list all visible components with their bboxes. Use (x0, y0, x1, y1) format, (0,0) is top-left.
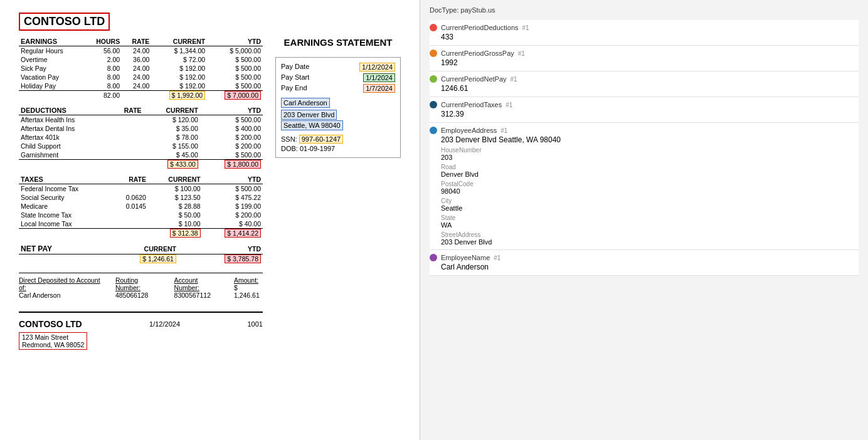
netpay-current-header: CURRENT (93, 244, 178, 254)
earnings-total-row: 82.00 $ 1,992.00 $ 7,000.00 (19, 91, 263, 100)
employee-address2: Seattle, WA 98040 (281, 120, 343, 130)
routing-value: 485066128 (115, 291, 162, 299)
pay-date-label: Pay Date (281, 63, 309, 71)
sub-field-city: City Seattle (430, 197, 859, 212)
earnings-rate-header: RATE (122, 37, 151, 46)
tax-rate-header: RATE (112, 175, 148, 184)
dob-value: 01-09-1997 (300, 145, 335, 152)
footer-address: 123 Main Street Redmond, WA 98052 (19, 332, 87, 350)
ded-ytd-total: $ 1,800.00 (225, 160, 261, 169)
netpay-table: NET PAY CURRENT YTD $ 1,246.61 $ 3,785.7… (19, 244, 263, 263)
table-row: State Income Tax $ 50.00 $ 200.00 (19, 211, 263, 219)
document-panel: CONTOSO LTD EARNINGS HOURS RATE CURRENT … (0, 0, 420, 440)
routing-label: Routing Number: (115, 276, 162, 291)
table-row: Holiday Pay 8.00 24.00 $ 192.00 $ 500.00 (19, 81, 263, 91)
sub-field-road: Road Denver Blvd (430, 164, 859, 178)
sub-field-postalcode: PostalCode 98040 (430, 181, 859, 195)
dd-label: Direct Deposited to Account of: (19, 276, 103, 291)
field-dot (430, 24, 437, 31)
field-item-employeeaddress: EmployeeAddress #1 203 Denver Blvd Seatt… (430, 123, 859, 250)
dob-label: DOB: (281, 145, 298, 152)
table-row: Aftertax 401k $ 78.00 $ 200.00 (19, 133, 263, 142)
footer-company: CONTOSO LTD (19, 319, 82, 329)
earnings-hours-header: HOURS (83, 37, 122, 46)
table-row: Vacation Pay 8.00 24.00 $ 192.00 $ 500.0… (19, 73, 263, 81)
sub-field-streetaddress: StreetAddress 203 Denver Blvd (430, 231, 859, 246)
ssn-value: 997-60-1247 (299, 135, 343, 144)
earnings-table: EARNINGS HOURS RATE CURRENT YTD Regular … (19, 37, 263, 100)
field-dot (430, 75, 437, 83)
ssn-label: SSN: (281, 135, 297, 143)
pay-info-panel: Pay Date 1/12/2024 Pay Start 1/1/2024 Pa… (275, 57, 401, 158)
fields-container: CurrentPeriodDeductions #1 433 CurrentPe… (430, 20, 859, 276)
account-value: 8300567112 (174, 291, 221, 299)
field-dot (430, 101, 437, 108)
employee-name: Carl Anderson (281, 98, 330, 108)
sub-field-housenumber: HouseNumber 203 (430, 147, 859, 161)
earnings-title: EARNINGS STATEMENT (275, 37, 401, 48)
netpay-ytd-header: YTD (178, 244, 263, 254)
direct-deposit-section: Direct Deposited to Account of: Carl And… (19, 273, 263, 299)
netpay-current: $ 1,246.61 (140, 254, 176, 263)
taxes-table: TAXES RATE CURRENT YTD Federal Income Ta… (19, 175, 263, 238)
sub-field-state: State WA (430, 214, 859, 229)
table-row: Aftertax Dental Ins $ 35.00 $ 400.00 (19, 124, 263, 133)
account-label: Account Number: (174, 276, 221, 291)
deductions-section-label: DEDUCTIONS (19, 106, 110, 115)
taxes-section-label: TAXES (19, 175, 112, 184)
earnings-ytd-header: YTD (207, 37, 263, 46)
tax-current-header: CURRENT (148, 175, 203, 184)
data-panel: DocType: payStub.us CurrentPeriodDeducti… (420, 0, 868, 440)
dd-name: Carl Anderson (19, 291, 103, 299)
field-item-currentperiodtaxes: CurrentPeriodTaxes #1 312.39 (430, 97, 859, 123)
earnings-section-label: EARNINGS (19, 37, 83, 46)
field-dot (430, 127, 437, 134)
field-item-currentperiodgrosspay: CurrentPeriodGrossPay #1 1992 (430, 46, 859, 71)
field-item-currentperioddeductions: CurrentPeriodDeductions #1 433 (430, 20, 859, 46)
earnings-current-total: $ 1,992.00 (169, 91, 206, 100)
company-name: CONTOSO LTD (19, 13, 110, 31)
table-row: Social Security 0.0620 $ 123.50 $ 475.22 (19, 193, 263, 202)
pay-start-value: 1/1/2024 (363, 73, 395, 82)
dd-amount-label: Amount: (234, 276, 263, 284)
table-row: Aftertax Health Ins $ 120.00 $ 500.00 (19, 115, 263, 125)
footer-section: CONTOSO LTD 1/12/2024 1001 123 Main Stre… (19, 312, 263, 350)
dob-row: DOB: 01-09-1997 (281, 145, 395, 152)
field-dot (430, 254, 437, 261)
netpay-total-row: $ 1,246.61 $ 3,785.78 (19, 254, 263, 264)
pay-end-label: Pay End (281, 84, 307, 93)
table-row: Local Income Tax $ 10.00 $ 40.00 (19, 219, 263, 229)
pay-date-row: Pay Date 1/12/2024 (281, 63, 395, 71)
tax-ytd-header: YTD (203, 175, 263, 184)
footer-street: 123 Main Street (22, 333, 84, 341)
netpay-ytd: $ 3,785.78 (225, 254, 261, 263)
taxes-total-row: $ 312.38 $ 1,414.22 (19, 229, 263, 238)
doctype-label: DocType: payStub.us (430, 6, 859, 14)
table-row: Federal Income Tax $ 100.00 $ 500.00 (19, 184, 263, 194)
dd-amount-value: $ 1,246.61 (234, 284, 263, 299)
earnings-ytd-total: $ 7,000.00 (225, 91, 261, 100)
table-row: Sick Pay 8.00 24.00 $ 192.00 $ 500.00 (19, 64, 263, 73)
pay-end-row: Pay End 1/7/2024 (281, 84, 395, 93)
ded-rate-header: RATE (110, 106, 143, 115)
table-row: Overtime 2.00 36.00 $ 72.00 $ 500.00 (19, 55, 263, 64)
footer-city-state: Redmond, WA 98052 (22, 341, 84, 348)
table-row: Medicare 0.0145 $ 28.88 $ 199.00 (19, 202, 263, 211)
field-dot (430, 50, 437, 57)
employee-address1: 203 Denver Blvd (281, 110, 337, 120)
ded-ytd-header: YTD (200, 106, 263, 115)
earnings-current-header: CURRENT (151, 37, 207, 46)
pay-info-box: EARNINGS STATEMENT Pay Date 1/12/2024 Pa… (275, 37, 401, 350)
pay-date-value: 1/12/2024 (359, 63, 395, 71)
pay-start-row: Pay Start 1/1/2024 (281, 73, 395, 82)
footer-number: 1001 (248, 320, 263, 328)
ded-current-total: $ 433.00 (167, 160, 198, 169)
netpay-label: NET PAY (19, 244, 93, 254)
pay-end-value: 1/7/2024 (363, 84, 395, 93)
deductions-table: DEDUCTIONS RATE CURRENT YTD Aftertax Hea… (19, 106, 263, 169)
table-row: Child Support $ 155.00 $ 200.00 (19, 142, 263, 150)
tax-ytd-total: $ 1,414.22 (225, 229, 261, 238)
field-item-employeename: EmployeeName #1 Carl Anderson (430, 250, 859, 276)
ssn-row: SSN: 997-60-1247 (281, 135, 395, 143)
ded-current-header: CURRENT (144, 106, 200, 115)
